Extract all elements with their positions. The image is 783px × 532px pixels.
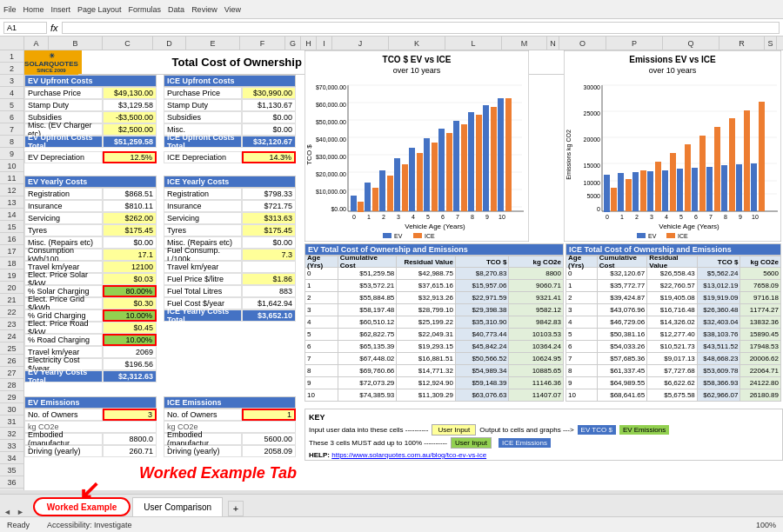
- col-header-K[interactable]: K: [389, 37, 445, 50]
- col-header-H[interactable]: H: [301, 37, 317, 50]
- toolbar-review[interactable]: Review: [191, 5, 218, 14]
- ev-servicing-label: Servicing: [24, 212, 103, 224]
- ice-tco-row: 4 $46,729.06 $14,326.02 $32,403.04 13832…: [566, 316, 781, 329]
- toolbar-layout[interactable]: Page Layout: [77, 5, 122, 14]
- rn-35: 35: [0, 464, 23, 476]
- ev-purchase-value[interactable]: $49,130.00: [103, 87, 157, 99]
- ev-no-owners-value[interactable]: 3: [103, 409, 157, 421]
- ev-solar-price-value[interactable]: $0.03: [103, 273, 157, 285]
- ice-no-owners-value[interactable]: 1: [242, 409, 296, 421]
- col-header-J[interactable]: J: [332, 37, 389, 50]
- col-header-Q[interactable]: Q: [663, 37, 719, 50]
- svg-text:7: 7: [456, 214, 459, 220]
- ev-grid-pct-value[interactable]: 10.00%: [103, 309, 157, 322]
- ev-tyres-value[interactable]: $175.45: [103, 224, 157, 236]
- ev-misc2-value: $0.00: [103, 236, 157, 249]
- ev-upfront-total-label: EV Upfront Costs Total: [24, 136, 103, 148]
- ice-tyres-value[interactable]: $175.45: [242, 224, 296, 236]
- svg-text:Vehicle Age (Years): Vehicle Age (Years): [659, 223, 719, 230]
- add-sheet-button[interactable]: +: [228, 501, 244, 516]
- rn-34: 34: [0, 452, 23, 464]
- ev-stamp-value: $3,129.58: [103, 99, 157, 111]
- ice-misc2-value: $0.00: [242, 236, 296, 249]
- col-header-E[interactable]: E: [186, 37, 240, 50]
- ice-fuelconsump-value[interactable]: 7.3: [242, 249, 296, 261]
- logo-text: ☀ SOLARQUOTES SINCE 2009: [24, 50, 82, 75]
- col-header-S[interactable]: S: [765, 37, 777, 50]
- ev-upfront-total-value: $51,259.58: [103, 136, 157, 148]
- ice-depreciation-value[interactable]: 14.3%: [242, 151, 296, 163]
- ev-road-price-value[interactable]: $0.45: [103, 322, 157, 334]
- rn-6: 6: [0, 111, 23, 123]
- ev-grid-price-value[interactable]: $0.30: [103, 297, 157, 309]
- col-header-B[interactable]: B: [49, 37, 103, 50]
- svg-text:Emissions EV vs ICE: Emissions EV vs ICE: [629, 55, 716, 64]
- ev-subsidies-value[interactable]: -$3,500.00: [103, 111, 157, 123]
- key-help-link[interactable]: https://www.solarquotes.com.au/blog/tco-…: [331, 451, 486, 459]
- col-header-F[interactable]: F: [240, 37, 285, 50]
- ev-road-pct-value[interactable]: 10.00%: [103, 334, 157, 346]
- status-zoom: 100%: [756, 521, 776, 529]
- col-header-I[interactable]: I: [317, 37, 332, 50]
- col-header-C[interactable]: C: [103, 37, 153, 50]
- bottom-area: ◄ ► Worked Example User Comparison + Wor…: [0, 490, 783, 516]
- svg-text:4: 4: [665, 214, 668, 220]
- col-header-R[interactable]: R: [719, 37, 765, 50]
- ev-servicing-value[interactable]: $262.00: [103, 212, 157, 224]
- toolbar-formulas[interactable]: Formulas: [129, 5, 162, 14]
- svg-rect-95: [670, 153, 676, 211]
- ice-tco-col-age: Age (Yrs): [566, 256, 598, 267]
- ice-fuel-price-value[interactable]: $1.86: [242, 273, 296, 285]
- ev-tco-col-headers: Age (Yrs) Cumulative Cost Residual Value…: [304, 256, 564, 268]
- col-header-M[interactable]: M: [502, 37, 547, 50]
- svg-text:Vehicle Age (Years): Vehicle Age (Years): [405, 223, 465, 230]
- col-header-P[interactable]: P: [606, 37, 663, 50]
- ice-tco-row: 6 $54,033.26 $10,521.73 $43,511.52 17948…: [566, 341, 781, 353]
- ev-consump-value[interactable]: 17.1: [103, 249, 157, 261]
- ice-subsidies-value: $0.00: [242, 111, 296, 123]
- sheet-arrow-right[interactable]: ►: [17, 508, 24, 516]
- key-row1: Input user data into these cells -------…: [309, 424, 779, 436]
- cell-reference-box[interactable]: [3, 22, 47, 34]
- svg-text:10000: 10000: [584, 180, 601, 186]
- toolbar-home[interactable]: Home: [23, 5, 44, 14]
- tab-user-comparison[interactable]: User Comparison: [132, 497, 223, 516]
- status-ready: Ready: [7, 521, 30, 529]
- key-ev-emissions-badge: EV Emissions: [619, 425, 669, 435]
- ev-travel-value[interactable]: 12100: [103, 261, 157, 273]
- toolbar-view[interactable]: View: [224, 5, 241, 14]
- col-header-G[interactable]: G: [285, 37, 301, 50]
- ice-driving-label: Driving (yearly): [164, 445, 242, 457]
- key-help-label: HELP:: [309, 451, 331, 459]
- svg-text:6: 6: [441, 214, 445, 220]
- svg-text:Emissions kg CO2: Emissions kg CO2: [566, 130, 572, 180]
- rn-31: 31: [0, 416, 23, 428]
- ev-elec-cost-value: $196.56: [103, 358, 157, 370]
- ev-yearly-header: EV Yearly Costs: [24, 176, 157, 188]
- ev-embodied-value: 8800.0: [103, 433, 157, 445]
- svg-text:over 10 years: over 10 years: [393, 66, 441, 75]
- ice-fuel-cost-value: $1,642.94: [242, 297, 296, 309]
- ice-servicing-value[interactable]: $313.63: [242, 212, 296, 224]
- ev-emissions-header: EV Emissions: [24, 396, 157, 409]
- col-header-N[interactable]: N: [547, 37, 559, 50]
- col-header-L[interactable]: L: [445, 37, 502, 50]
- svg-text:ICE: ICE: [425, 233, 435, 239]
- toolbar-data[interactable]: Data: [168, 5, 184, 14]
- ev-depreciation-value[interactable]: 12.5%: [103, 151, 157, 163]
- ev-insurance-value: $810.11: [103, 200, 157, 212]
- col-header-O[interactable]: O: [559, 37, 606, 50]
- col-header-A[interactable]: A: [24, 37, 49, 50]
- toolbar-file[interactable]: File: [3, 5, 17, 14]
- toolbar-insert[interactable]: Insert: [51, 5, 71, 14]
- col-header-D[interactable]: D: [153, 37, 186, 50]
- sheet-arrow-left[interactable]: ◄: [3, 508, 11, 516]
- formula-input[interactable]: [62, 22, 780, 34]
- ev-solar-pct-value[interactable]: 80.00%: [103, 285, 157, 297]
- svg-text:4: 4: [412, 214, 415, 220]
- logo-tagline: SINCE 2009: [24, 68, 78, 73]
- ev-misc-value[interactable]: $2,500.00: [103, 123, 157, 136]
- ev-no-owners-label: No. of Owners: [24, 409, 103, 421]
- ice-purchase-value[interactable]: $30,990.00: [242, 87, 296, 99]
- svg-rect-42: [491, 107, 497, 211]
